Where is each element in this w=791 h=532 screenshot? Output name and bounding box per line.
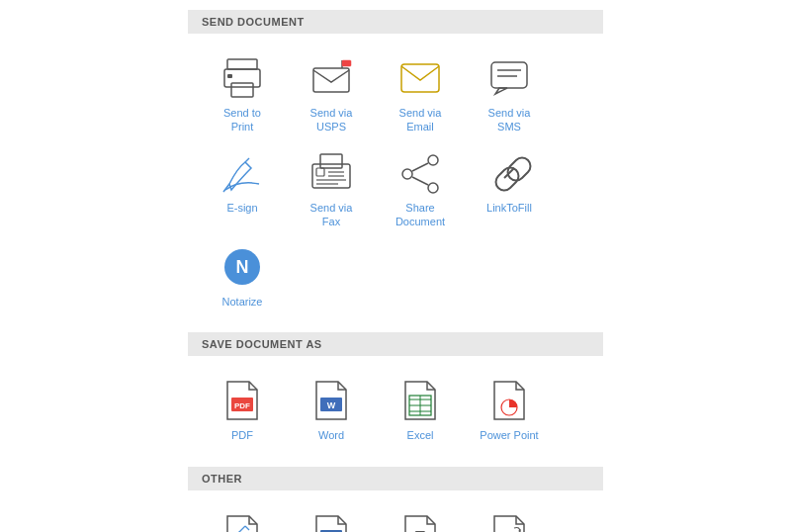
share-document-label: ShareDocument: [396, 201, 445, 229]
svg-rect-2: [231, 83, 253, 97]
power-point-icon: [486, 378, 532, 423]
e-sign-label: E-sign: [226, 201, 257, 215]
send-to-print-icon: [220, 55, 265, 101]
svg-line-42: [245, 526, 249, 530]
pdf-button[interactable]: PDF PDF: [198, 370, 287, 450]
link-to-fill-icon: [486, 150, 532, 196]
save-document-as-header: SAVE DOCUMENT AS: [188, 332, 603, 356]
svg-rect-6: [342, 60, 351, 66]
svg-text:W: W: [327, 400, 336, 410]
save-document-as-grid: PDF PDF W Word: [188, 366, 603, 462]
excel-button[interactable]: Excel: [376, 370, 465, 450]
svg-point-22: [402, 169, 412, 179]
svg-text:PDF: PDF: [234, 401, 250, 410]
send-via-sms-button[interactable]: Send viaSMS: [465, 47, 554, 142]
word-icon: W: [308, 378, 354, 423]
word-button[interactable]: W Word: [287, 370, 376, 450]
back-to-edit-button[interactable]: Back to Edit: [198, 504, 287, 532]
save-document-as-section: SAVE DOCUMENT AS PDF PDF: [188, 332, 603, 462]
rewrite-pdf-button[interactable]: PDF RewritePDF: [465, 504, 554, 532]
svg-rect-16: [316, 168, 324, 176]
go-to-mydocs-button[interactable]: DOCS Go toMyDocs: [287, 504, 376, 532]
pdf-label: PDF: [231, 428, 253, 442]
svg-point-21: [428, 155, 438, 165]
svg-rect-4: [313, 68, 349, 92]
svg-rect-3: [227, 74, 232, 78]
send-via-sms-icon: [486, 55, 532, 101]
send-via-usps-icon: [308, 55, 354, 101]
main-container: SEND DOCUMENT Send toPrint: [188, 10, 603, 532]
svg-rect-8: [491, 62, 527, 88]
svg-marker-11: [495, 88, 507, 94]
send-via-fax-icon: [308, 150, 354, 196]
svg-line-25: [412, 177, 428, 185]
excel-icon: [397, 378, 443, 423]
send-via-email-icon: [397, 55, 443, 101]
send-document-section: SEND DOCUMENT Send toPrint: [188, 10, 603, 328]
send-to-print-label: Send toPrint: [223, 106, 261, 134]
rewrite-pdf-icon: PDF: [486, 512, 532, 532]
send-via-email-button[interactable]: Send viaEmail: [376, 47, 465, 142]
e-sign-icon: [220, 150, 265, 196]
excel-label: Excel: [407, 428, 434, 442]
svg-text:N: N: [236, 257, 249, 277]
back-to-edit-icon: [220, 512, 265, 532]
convert-to-template-button[interactable]: T Convert toTemplate: [376, 504, 465, 532]
send-via-fax-label: Send viaFax: [310, 201, 353, 229]
notarize-label: Notarize: [222, 295, 263, 309]
send-to-print-button[interactable]: Send toPrint: [198, 47, 287, 142]
svg-line-39: [239, 526, 245, 532]
svg-rect-14: [320, 154, 342, 168]
link-to-fill-label: LinkToFill: [486, 201, 532, 215]
svg-point-23: [428, 183, 438, 193]
svg-rect-0: [227, 59, 257, 69]
power-point-label: Power Point: [480, 428, 538, 442]
notarize-icon: N: [220, 244, 265, 290]
share-document-icon: [397, 150, 443, 196]
other-section: OTHER Back to Edit: [188, 467, 603, 532]
link-to-fill-button[interactable]: LinkToFill: [465, 142, 554, 237]
power-point-button[interactable]: Power Point: [465, 370, 554, 450]
word-label: Word: [318, 428, 344, 442]
notarize-button[interactable]: N Notarize: [198, 236, 287, 316]
convert-to-template-icon: T: [397, 512, 443, 532]
send-document-grid: Send toPrint Send viaUSPS: [188, 44, 603, 328]
go-to-mydocs-icon: DOCS: [308, 512, 354, 532]
send-via-email-label: Send viaEmail: [399, 106, 442, 134]
pdf-icon: PDF: [220, 378, 265, 423]
other-header: OTHER: [188, 467, 603, 490]
svg-rect-7: [401, 64, 439, 92]
svg-line-24: [412, 163, 428, 171]
send-via-usps-label: Send viaUSPS: [310, 106, 353, 134]
send-document-header: SEND DOCUMENT: [188, 10, 603, 34]
send-via-fax-button[interactable]: Send viaFax: [287, 142, 376, 237]
svg-line-13: [245, 158, 249, 162]
other-grid: Back to Edit DOCS Go toMyDocs: [188, 500, 603, 532]
share-document-button[interactable]: ShareDocument: [376, 142, 465, 237]
send-via-sms-label: Send viaSMS: [488, 106, 531, 134]
e-sign-button[interactable]: E-sign: [198, 142, 287, 237]
send-via-usps-button[interactable]: Send viaUSPS: [287, 47, 376, 142]
